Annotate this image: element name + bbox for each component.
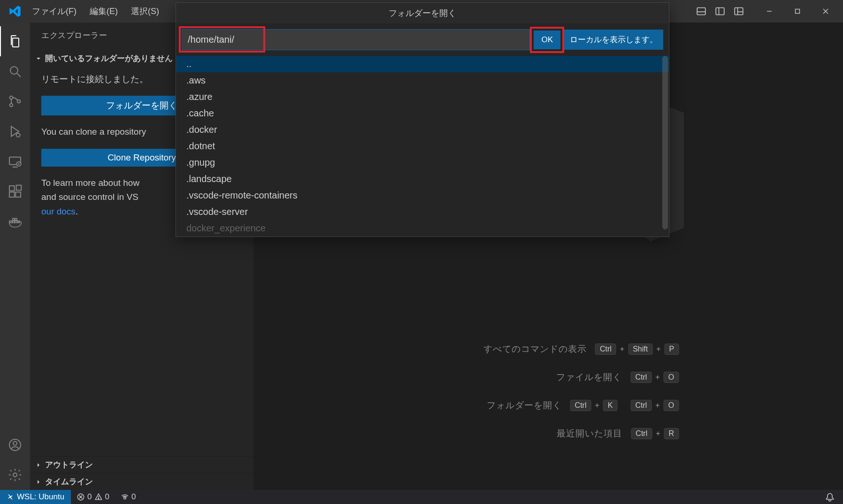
window-controls <box>756 0 839 23</box>
remote-explorer-icon[interactable] <box>0 146 30 176</box>
svg-point-25 <box>13 442 17 445</box>
status-bar: WSL: Ubuntu 0 0 0 <box>0 490 843 504</box>
chevron-right-icon <box>35 478 42 486</box>
extensions-icon[interactable] <box>0 176 30 206</box>
list-item[interactable]: .. <box>176 56 669 72</box>
svg-point-15 <box>17 100 21 103</box>
svg-point-32 <box>124 497 126 499</box>
svg-rect-4 <box>735 8 743 15</box>
dialog-title: フォルダーを開く <box>176 3 669 23</box>
menu-file[interactable]: ファイル(F) <box>26 3 82 20</box>
timeline-section[interactable]: タイムライン <box>30 473 253 490</box>
list-item[interactable]: .landscape <box>176 171 669 187</box>
settings-gear-icon[interactable] <box>0 460 30 490</box>
chevron-down-icon <box>35 55 42 62</box>
svg-point-26 <box>13 473 17 477</box>
remote-indicator[interactable]: WSL: Ubuntu <box>0 490 71 504</box>
problems-indicator[interactable]: 0 0 <box>71 492 115 502</box>
svg-point-31 <box>98 498 99 499</box>
shortcut-show-all-commands: すべてのコマンドの表示 Ctrl+ Shift+ P <box>454 343 679 355</box>
sidebar-footer: アウトライン タイムライン <box>30 456 253 490</box>
list-item[interactable]: .docker <box>176 122 669 138</box>
search-icon[interactable] <box>0 56 30 86</box>
chevron-right-icon <box>35 461 42 469</box>
explorer-icon[interactable] <box>0 26 30 56</box>
svg-line-12 <box>17 73 21 77</box>
svg-rect-22 <box>15 192 21 197</box>
open-folder-dialog: フォルダーを開く OK ローカルを表示します。 .. .aws .azure .… <box>176 2 669 237</box>
welcome-shortcuts: すべてのコマンドの表示 Ctrl+ Shift+ P ファイルを開く Ctrl+… <box>454 343 679 440</box>
folder-list: .. .aws .azure .cache .docker .dotnet .g… <box>176 56 669 237</box>
svg-point-13 <box>10 96 13 99</box>
minimize-button[interactable] <box>756 0 783 23</box>
shortcut-open-folder: フォルダーを開く Ctrl+ K Ctrl+ O <box>454 399 679 412</box>
menu-selection[interactable]: 選択(S) <box>125 3 165 20</box>
svg-rect-0 <box>697 8 705 15</box>
svg-rect-21 <box>9 192 15 197</box>
activity-bar <box>0 23 30 490</box>
svg-point-14 <box>10 104 13 107</box>
list-item[interactable]: .cache <box>176 105 669 122</box>
outline-label: アウトライン <box>45 459 93 470</box>
list-item[interactable]: .dotnet <box>176 138 669 154</box>
no-folder-label: 開いているフォルダーがありません <box>45 53 173 64</box>
accounts-icon[interactable] <box>0 430 30 460</box>
run-debug-icon[interactable] <box>0 116 30 146</box>
toggle-sidebar-icon[interactable] <box>713 4 728 19</box>
layout-controls <box>694 4 746 19</box>
folder-path-input[interactable] <box>182 29 530 50</box>
list-item[interactable]: .vscode-remote-containers <box>176 187 669 204</box>
notifications-bell-icon[interactable] <box>817 492 843 502</box>
scrollbar[interactable] <box>662 56 668 229</box>
show-local-button[interactable]: ローカルを表示します。 <box>564 30 663 50</box>
source-control-icon[interactable] <box>0 86 30 116</box>
list-item[interactable]: .gnupg <box>176 154 669 171</box>
close-button[interactable] <box>812 0 839 23</box>
maximize-button[interactable] <box>784 0 811 23</box>
remote-label: WSL: Ubuntu <box>17 492 64 502</box>
toggle-panel-icon[interactable] <box>694 4 709 19</box>
svg-point-11 <box>10 67 18 74</box>
list-item[interactable]: .azure <box>176 89 669 105</box>
list-item[interactable]: .aws <box>176 72 669 89</box>
ports-indicator[interactable]: 0 <box>115 492 141 502</box>
menu-bar: ファイル(F) 編集(E) 選択(S) <box>26 3 165 20</box>
outline-section[interactable]: アウトライン <box>30 456 253 473</box>
svg-rect-23 <box>16 185 22 191</box>
svg-point-16 <box>16 133 20 137</box>
customize-layout-icon[interactable] <box>731 4 746 19</box>
svg-rect-20 <box>9 186 15 191</box>
list-item[interactable]: .vscode-server <box>176 204 669 220</box>
ok-button[interactable]: OK <box>534 31 560 49</box>
svg-rect-2 <box>716 8 724 15</box>
menu-edit[interactable]: 編集(E) <box>84 3 123 20</box>
timeline-label: タイムライン <box>45 476 93 487</box>
docs-link[interactable]: our docs <box>41 206 76 216</box>
shortcut-recent: 最近開いた項目 Ctrl+ R <box>454 428 679 440</box>
vscode-logo-icon <box>8 5 22 18</box>
docker-icon[interactable] <box>0 206 30 237</box>
svg-rect-8 <box>796 9 800 14</box>
shortcut-open-file: ファイルを開く Ctrl+ O <box>454 371 679 383</box>
list-item[interactable]: docker_experience <box>176 220 669 237</box>
